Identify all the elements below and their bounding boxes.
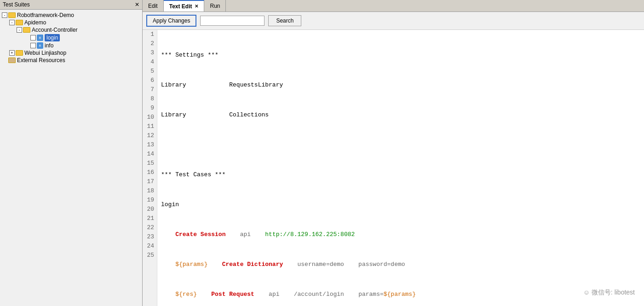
line-num: 17 xyxy=(143,177,157,186)
line-num: 14 xyxy=(143,150,157,159)
toolbar: Apply Changes Search xyxy=(143,12,644,30)
sidebar: Test Suites ✕ - Robotframework-Demo - Ap… xyxy=(0,0,143,306)
code-line-4 xyxy=(161,140,644,150)
tree-container: - Robotframework-Demo - Apidemo - Accoun… xyxy=(0,10,142,66)
line-num: 24 xyxy=(143,242,157,251)
checkbox-login[interactable] xyxy=(30,35,36,40)
content-area: Edit Text Edit ✕ Run Apply Changes Searc… xyxy=(143,0,644,306)
code-line-8: ${params} Create Dictionary username=dem… xyxy=(161,260,644,269)
tab-bar: Edit Text Edit ✕ Run xyxy=(143,0,644,12)
folder-icon xyxy=(8,12,16,18)
line-num: 23 xyxy=(143,232,157,242)
line-num: 2 xyxy=(143,39,157,48)
code-line-6: login xyxy=(161,200,644,209)
line-num: 13 xyxy=(143,140,157,150)
line-num: 7 xyxy=(143,85,157,94)
sidebar-title: Test Suites ✕ xyxy=(0,0,142,10)
sidebar-title-label: Test Suites xyxy=(3,1,30,8)
robot-icon: R xyxy=(37,35,43,41)
tab-edit-label: Edit xyxy=(148,3,158,9)
sidebar-item-info[interactable]: R info xyxy=(0,42,142,49)
sidebar-item-label: login xyxy=(45,34,60,41)
sidebar-item-account-controller[interactable]: - Account-Controller xyxy=(0,26,142,34)
line-num: 9 xyxy=(143,104,157,113)
sidebar-item-apidemo[interactable]: - Apidemo xyxy=(0,19,142,26)
line-num: 18 xyxy=(143,186,157,196)
sidebar-item-label: External Resources xyxy=(17,57,65,64)
tab-run-label: Run xyxy=(210,3,220,9)
tab-close-icon[interactable]: ✕ xyxy=(195,4,198,9)
line-num: 8 xyxy=(143,94,157,104)
code-line-1: *** Settings *** xyxy=(161,51,644,60)
line-num: 16 xyxy=(143,168,157,177)
line-num: 5 xyxy=(143,67,157,76)
line-num: 22 xyxy=(143,223,157,232)
line-num: 1 xyxy=(143,30,157,39)
search-button[interactable]: Search xyxy=(268,15,301,26)
folder-icon xyxy=(8,58,16,63)
apply-changes-button[interactable]: Apply Changes xyxy=(146,15,196,27)
folder-icon xyxy=(16,50,23,56)
expand-icon[interactable]: - xyxy=(2,12,7,18)
robot-icon: R xyxy=(37,42,43,49)
tab-run[interactable]: Run xyxy=(204,0,226,12)
sidebar-item-label: Webui Linjiashop xyxy=(24,50,66,56)
line-num: 11 xyxy=(143,122,157,131)
line-num: 21 xyxy=(143,214,157,223)
code-line-5: *** Test Cases *** xyxy=(161,170,644,179)
line-num: 19 xyxy=(143,196,157,205)
line-num: 25 xyxy=(143,251,157,260)
search-input[interactable] xyxy=(200,16,264,26)
code-line-9: ${res} Post Request api /account/login p… xyxy=(161,290,644,299)
sidebar-item-robotframework-demo[interactable]: - Robotframework-Demo xyxy=(0,12,142,19)
sidebar-item-label: info xyxy=(45,42,53,49)
sidebar-item-label: Robotframework-Demo xyxy=(17,12,74,18)
code-line-7: Create Session api http://8.129.162.225:… xyxy=(161,230,644,239)
line-num: 6 xyxy=(143,76,157,85)
tab-text-edit-label: Text Edit xyxy=(169,3,192,10)
expand-icon[interactable]: - xyxy=(9,20,15,25)
sidebar-item-login[interactable]: R login xyxy=(0,34,142,42)
line-num: 15 xyxy=(143,159,157,168)
line-num: 4 xyxy=(143,58,157,67)
line-num: 12 xyxy=(143,131,157,140)
line-num: 3 xyxy=(143,48,157,58)
sidebar-item-label: Apidemo xyxy=(24,19,46,26)
line-num: 10 xyxy=(143,113,157,122)
sidebar-close-button[interactable]: ✕ xyxy=(135,1,139,8)
code-line-3: Library Collections xyxy=(161,110,644,120)
sidebar-item-label: Account-Controller xyxy=(32,27,77,33)
editor-area: 1 2 3 4 5 6 7 8 9 10 11 12 13 14 15 16 1… xyxy=(143,30,644,306)
line-numbers: 1 2 3 4 5 6 7 8 9 10 11 12 13 14 15 16 1… xyxy=(143,30,157,306)
expand-icon[interactable]: - xyxy=(17,27,22,33)
sidebar-item-external-resources[interactable]: External Resources xyxy=(0,57,142,64)
code-line-2: Library RequestsLibrary xyxy=(161,81,644,90)
expand-icon[interactable]: + xyxy=(9,50,15,56)
sidebar-item-webui-linjiashop[interactable]: + Webui Linjiashop xyxy=(0,49,142,57)
folder-icon xyxy=(23,27,30,33)
tab-text-edit[interactable]: Text Edit ✕ xyxy=(164,0,205,12)
code-content[interactable]: *** Settings *** Library RequestsLibrary… xyxy=(157,30,644,306)
line-num: 20 xyxy=(143,205,157,214)
checkbox-info[interactable] xyxy=(30,43,36,48)
tab-edit[interactable]: Edit xyxy=(143,0,164,12)
folder-icon xyxy=(16,20,23,25)
